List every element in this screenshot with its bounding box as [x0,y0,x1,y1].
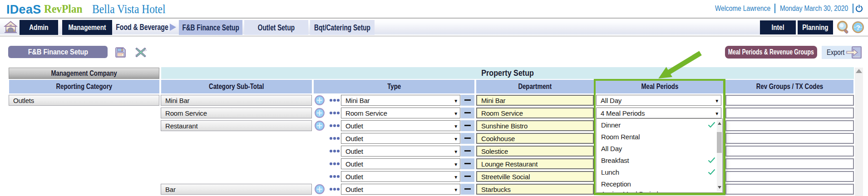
svg-text:?: ? [856,24,860,31]
